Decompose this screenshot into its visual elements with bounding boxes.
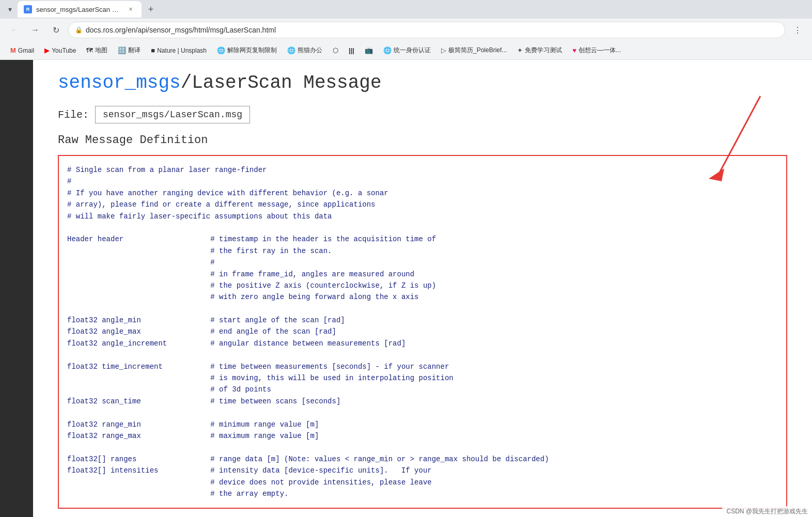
bookmark-label: Nature | Unsplash bbox=[157, 47, 207, 54]
translate-icon: 🔠 bbox=[118, 46, 126, 54]
bookmark-copy-limit[interactable]: 🌐 解除网页复制限制 bbox=[213, 44, 281, 57]
bookmark-label: YouTube bbox=[52, 47, 76, 54]
bookmark-label: 翻译 bbox=[128, 46, 140, 55]
tab-close-button[interactable]: × bbox=[126, 5, 135, 14]
active-tab[interactable]: R sensor_msgs/LaserScan Docu × bbox=[18, 1, 142, 18]
bookmark-free-test[interactable]: ✦ 免费学习测试 bbox=[513, 44, 566, 57]
nature-icon: ■ bbox=[151, 46, 155, 54]
bookmark-label: Gmail bbox=[18, 47, 34, 54]
maps-icon: 🗺 bbox=[86, 46, 93, 54]
tv-icon: 📺 bbox=[365, 46, 373, 54]
bookmark-github[interactable]: ⬡ bbox=[329, 44, 342, 56]
bookmark-auth[interactable]: 🌐 统一身份认证 bbox=[379, 44, 435, 57]
file-label: File: bbox=[58, 109, 89, 121]
bookmark-cxcloud[interactable]: ♥ 创想云—一体... bbox=[568, 44, 625, 57]
bookmark-panda[interactable]: 🌐 熊猫办公 bbox=[283, 44, 326, 57]
pole-icon: ▷ bbox=[441, 46, 446, 54]
address-bar-row: ← → ↻ 🔒 docs.ros.org/en/api/sensor_msgs/… bbox=[0, 19, 812, 41]
browser-chrome: ▾ R sensor_msgs/LaserScan Docu × + ← → ↻… bbox=[0, 0, 812, 60]
tab-bar: ▾ R sensor_msgs/LaserScan Docu × + bbox=[0, 0, 812, 19]
bookmark-label: 地图 bbox=[95, 46, 107, 55]
web-icon: 🌐 bbox=[217, 46, 225, 54]
bookmark-polebr[interactable]: ▷ 极简简历_PoleBrief... bbox=[437, 44, 511, 57]
lock-icon: 🔒 bbox=[75, 26, 83, 34]
tab-list-button[interactable]: ▾ bbox=[4, 4, 15, 15]
bookmark-label: 熊猫办公 bbox=[298, 46, 322, 55]
forward-button[interactable]: → bbox=[27, 22, 43, 38]
bookmark-label: 免费学习测试 bbox=[525, 46, 562, 55]
back-button[interactable]: ← bbox=[6, 22, 23, 38]
gmail-icon: M bbox=[10, 46, 16, 54]
bookmark-gmail[interactable]: M Gmail bbox=[6, 44, 38, 56]
sidebar bbox=[0, 60, 33, 517]
bookmark-youtube[interactable]: ▶ YouTube bbox=[40, 44, 80, 56]
panda-icon: 🌐 bbox=[287, 46, 295, 54]
new-tab-button[interactable]: + bbox=[144, 2, 158, 17]
address-bar[interactable]: 🔒 docs.ros.org/en/api/sensor_msgs/html/m… bbox=[68, 22, 785, 38]
page-title-suffix: /LaserScan Message bbox=[181, 72, 382, 93]
more-options-button[interactable]: ⋮ bbox=[789, 22, 806, 38]
bookmark-maps[interactable]: 🗺 地图 bbox=[82, 44, 112, 57]
bookmark-label: 创想云—一体... bbox=[579, 46, 621, 55]
main-content: sensor_msgs/LaserScan Message File: sens… bbox=[33, 60, 812, 517]
url-text: docs.ros.org/en/api/sensor_msgs/html/msg… bbox=[86, 26, 778, 34]
reload-button[interactable]: ↻ bbox=[48, 22, 64, 38]
code-block: # Single scan from a planar laser range-… bbox=[58, 155, 787, 509]
youtube-icon: ▶ bbox=[44, 46, 50, 54]
bookmark-nature[interactable]: ■ Nature | Unsplash bbox=[147, 44, 211, 56]
bookmark-tv[interactable]: 📺 bbox=[361, 44, 377, 56]
bookmark-translate[interactable]: 🔠 翻译 bbox=[114, 44, 145, 57]
file-section: File: sensor_msgs/LaserScan.msg bbox=[58, 106, 787, 123]
page-area: sensor_msgs/LaserScan Message File: sens… bbox=[0, 60, 812, 517]
tab-title: sensor_msgs/LaserScan Docu bbox=[36, 6, 122, 13]
star-icon: ✦ bbox=[517, 46, 523, 54]
heart-icon: ♥ bbox=[572, 46, 576, 54]
section-heading: Raw Message Definition bbox=[58, 134, 787, 147]
file-value: sensor_msgs/LaserScan.msg bbox=[95, 106, 250, 123]
bookmarks-bar: M Gmail ▶ YouTube 🗺 地图 🔠 翻译 ■ Nature | U… bbox=[0, 41, 812, 60]
bars-icon: ||| bbox=[349, 46, 354, 54]
auth-icon: 🌐 bbox=[383, 46, 392, 54]
tab-favicon: R bbox=[24, 5, 32, 13]
csdn-watermark: CSDN @我先生打把游戏先生 bbox=[722, 506, 812, 517]
page-title: sensor_msgs/LaserScan Message bbox=[58, 72, 787, 93]
bookmark-label: 解除网页复制限制 bbox=[227, 46, 277, 55]
bookmark-label: 极简简历_PoleBrief... bbox=[448, 46, 507, 55]
page-title-link[interactable]: sensor_msgs bbox=[58, 72, 181, 93]
bookmark-label: 统一身份认证 bbox=[394, 46, 431, 55]
github-icon: ⬡ bbox=[333, 46, 338, 54]
bookmark-bars[interactable]: ||| bbox=[345, 44, 358, 56]
